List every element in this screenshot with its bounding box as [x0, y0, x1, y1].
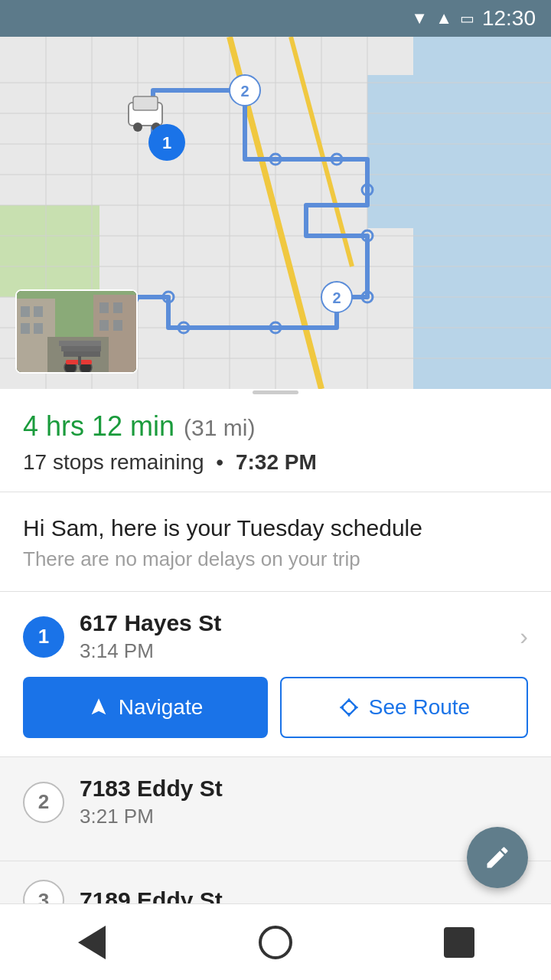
svg-rect-56 — [61, 346, 101, 351]
stop-1-chevron-icon[interactable]: › — [520, 622, 528, 651]
stop-2-header: 2 7183 Eddy St 3:21 PM — [23, 776, 528, 828]
eta-time: 7:32 PM — [236, 450, 317, 474]
svg-text:2: 2 — [240, 83, 249, 100]
schedule-greeting: Hi Sam, here is your Tuesday schedule — [23, 515, 528, 541]
street-preview[interactable] — [15, 289, 138, 374]
stop-1-actions: Navigate See Route — [23, 677, 528, 738]
navigate-icon — [88, 697, 109, 718]
navigate-button[interactable]: Navigate — [23, 677, 268, 738]
status-time: 12:30 — [482, 6, 536, 31]
svg-rect-45 — [21, 306, 30, 317]
stop-2-badge: 2 — [23, 782, 64, 823]
svg-rect-62 — [341, 700, 357, 715]
status-icons: ▼ ▲ ▭ 12:30 — [411, 6, 536, 31]
nav-home-button[interactable] — [253, 920, 298, 965]
status-bar: ▼ ▲ ▭ 12:30 — [0, 0, 551, 37]
schedule-header: Hi Sam, here is your Tuesday schedule Th… — [0, 492, 551, 592]
duration-text: 4 hrs 12 min — [23, 410, 174, 443]
signal-icon: ▲ — [435, 8, 452, 28]
see-route-icon — [338, 697, 360, 718]
nav-back-button[interactable] — [69, 920, 115, 965]
svg-rect-55 — [59, 341, 101, 346]
svg-text:1: 1 — [162, 133, 171, 152]
svg-point-39 — [133, 122, 142, 132]
stop-2-address: 7183 Eddy St — [80, 776, 528, 802]
svg-rect-61 — [78, 356, 81, 365]
stop-1-time: 3:14 PM — [80, 639, 504, 663]
distance-text: (31 mi) — [184, 415, 255, 441]
nav-stop-button[interactable] — [436, 920, 482, 965]
bullet-separator: • — [216, 450, 223, 474]
svg-rect-50 — [99, 302, 109, 313]
stop-2-info: 7183 Eddy St 3:21 PM — [80, 776, 528, 828]
svg-rect-48 — [34, 323, 43, 334]
info-panel: 4 hrs 12 min (31 mi) 17 stops remaining … — [0, 395, 551, 492]
schedule-subtitle: There are no major delays on your trip — [23, 547, 528, 571]
navigate-label: Navigate — [119, 695, 204, 720]
svg-rect-46 — [34, 306, 43, 317]
time-distance-row: 4 hrs 12 min (31 mi) — [23, 410, 528, 443]
battery-icon: ▭ — [460, 9, 474, 28]
drag-handle[interactable] — [0, 389, 551, 395]
stop-1-address: 617 Hayes St — [80, 610, 504, 636]
wifi-icon: ▼ — [411, 8, 428, 28]
stop-1-badge: 1 — [23, 616, 64, 658]
svg-rect-3 — [0, 205, 99, 297]
home-icon — [259, 926, 292, 959]
svg-rect-52 — [99, 320, 109, 331]
svg-rect-57 — [64, 351, 100, 357]
svg-rect-51 — [113, 302, 122, 313]
back-icon — [78, 926, 106, 959]
stops-remaining: 17 stops remaining — [23, 450, 204, 474]
stop-item-1[interactable]: 1 617 Hayes St 3:14 PM › Navigate See Ro — [0, 592, 551, 757]
stop-1-header: 1 617 Hayes St 3:14 PM › — [23, 610, 528, 663]
drag-handle-bar — [253, 390, 298, 394]
svg-rect-38 — [133, 96, 158, 110]
stop-1-info: 617 Hayes St 3:14 PM — [80, 610, 504, 663]
nav-bar — [0, 903, 551, 980]
svg-rect-53 — [113, 320, 122, 331]
stops-eta-row: 17 stops remaining • 7:32 PM — [23, 450, 528, 475]
edit-fab[interactable] — [467, 827, 528, 888]
svg-text:2: 2 — [332, 289, 341, 306]
svg-rect-47 — [21, 323, 30, 334]
see-route-label: See Route — [369, 695, 470, 720]
edit-icon — [484, 844, 511, 871]
map-area[interactable]: 2 2 1 — [0, 37, 551, 389]
stop-2-time: 3:21 PM — [80, 805, 528, 828]
see-route-button[interactable]: See Route — [280, 677, 528, 738]
stop-icon — [444, 927, 474, 958]
